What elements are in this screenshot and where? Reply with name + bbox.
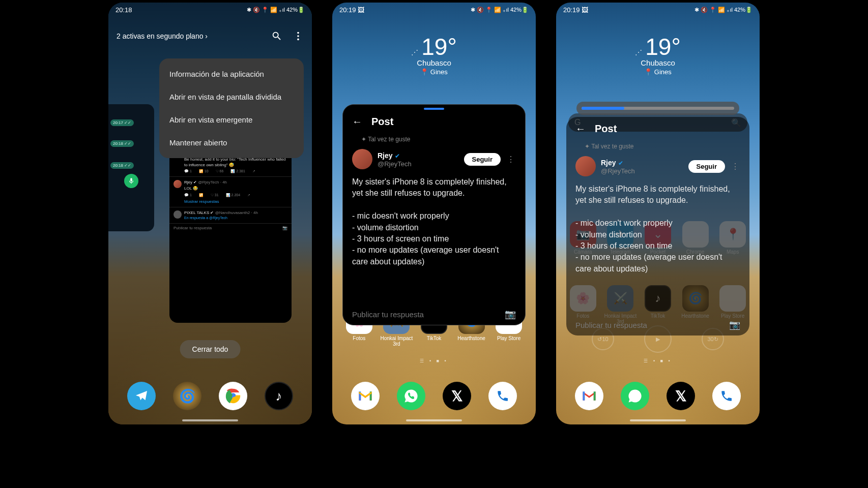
post-more-icon[interactable]: ⋮	[730, 162, 740, 171]
app-phone[interactable]	[712, 382, 741, 410]
page-indicator[interactable]: ☰ • ■ •	[556, 358, 760, 363]
mic-button[interactable]	[124, 174, 138, 188]
app-telegram[interactable]	[127, 382, 156, 410]
reply-placeholder-mini[interactable]: Publicar tu respuesta	[173, 226, 212, 230]
post-body: My sister's iPhone 8 is completely finis…	[343, 171, 525, 272]
dock: 𝕏	[556, 382, 760, 410]
svg-point-0	[297, 32, 299, 34]
svg-point-2	[297, 39, 299, 41]
app-phone[interactable]	[488, 382, 517, 410]
msg-time: 20:18 ✓✓	[110, 140, 134, 147]
menu-keep-open[interactable]: Mantener abierto	[159, 131, 304, 154]
back-icon[interactable]: ←	[575, 123, 586, 135]
reply-input[interactable]: Publicar tu respuesta	[575, 321, 647, 329]
show-replies-link[interactable]: Mostrar respuestas	[173, 197, 287, 204]
menu-popup-view[interactable]: Abrir en vista emergente	[159, 108, 304, 131]
status-time: 20:19 🖼	[563, 6, 588, 14]
follow-button[interactable]: Seguir	[464, 153, 501, 166]
back-icon[interactable]: ←	[352, 116, 362, 128]
popup-title: Post	[595, 123, 617, 135]
dock: 𝕏	[332, 382, 536, 410]
avatar[interactable]	[352, 149, 372, 169]
msg-time: 20:17 ✓✓	[110, 119, 134, 126]
menu-app-info[interactable]: Información de la aplicación	[159, 63, 304, 85]
nav-bar[interactable]	[182, 419, 238, 421]
dock: 🌀 ♪	[108, 382, 312, 410]
app-hearthstone[interactable]: 🌀	[173, 382, 201, 410]
popup-window[interactable]: ← Post Tal vez te guste Rjey ✔ @RjeyTech…	[342, 104, 526, 325]
phone-screen-1: 20:18 ✱ 🔇 📍 📶 ₊ıl 42%🔋 2 activas en segu…	[108, 3, 312, 424]
close-all-button[interactable]: Cerrar todo	[180, 340, 241, 358]
msg-time: 20:18 ✓✓	[110, 162, 134, 169]
weather-location: 📍 Gines	[556, 68, 760, 76]
phone-screen-3: 20:19 🖼 ✱ 🔇 📍 📶 ₊ıl 42%🔋 ⋰19° Chubasco 📍…	[556, 3, 760, 424]
suggest-label: Tal vez te guste	[566, 141, 749, 154]
weather-widget[interactable]: ⋰19° Chubasco 📍 Gines	[556, 33, 760, 76]
nav-bar[interactable]	[630, 419, 686, 421]
post-body: My sister's iPhone 8 is completely finis…	[566, 178, 749, 280]
avatar[interactable]	[575, 156, 596, 176]
phone-screen-2: 20:19 🖼 ✱ 🔇 📍 📶 ₊ıl 42%🔋 ⋰19° Chubasco 📍…	[332, 3, 536, 424]
more-icon[interactable]	[293, 30, 304, 42]
camera-icon[interactable]: 📷	[505, 309, 516, 320]
recents-header: 2 activas en segundo plano ›	[108, 30, 312, 42]
weather-location: 📍 Gines	[332, 68, 536, 76]
app-x[interactable]: 𝕏	[443, 382, 471, 410]
page-indicator[interactable]: ☰ • ■ •	[332, 358, 536, 363]
app-chrome[interactable]	[219, 382, 247, 410]
app-whatsapp[interactable]	[397, 382, 425, 410]
user-name[interactable]: Rjey	[601, 159, 616, 167]
nav-bar[interactable]	[406, 419, 462, 421]
verified-icon: ✔	[618, 160, 623, 167]
status-time: 20:18	[115, 6, 132, 14]
app-gmail[interactable]	[351, 382, 380, 410]
opacity-slider[interactable]	[576, 102, 739, 115]
app-gmail[interactable]	[575, 382, 603, 410]
weather-temp: 19°	[421, 34, 457, 60]
verified-icon: ✔	[395, 152, 400, 160]
status-icons: ✱ 🔇 📍 📶 ₊ıl 42%🔋	[471, 7, 529, 13]
popup-window-transparent[interactable]: ← Post Tal vez te guste Rjey ✔ @RjeyTech…	[566, 117, 749, 336]
status-bar: 20:19 🖼 ✱ 🔇 📍 📶 ₊ıl 42%🔋	[332, 3, 536, 17]
svg-point-1	[297, 35, 299, 37]
app-x[interactable]: 𝕏	[667, 382, 695, 410]
suggest-label: Tal vez te guste	[343, 134, 525, 147]
menu-split-view[interactable]: Abrir en vista de pantalla dividida	[159, 85, 304, 108]
weather-temp: 19°	[645, 34, 681, 60]
background-apps-link[interactable]: 2 activas en segundo plano ›	[117, 32, 208, 40]
status-icons: ✱ 🔇 📍 📶 ₊ıl 42%🔋	[247, 7, 305, 13]
side-app-whatsapp[interactable]: 20:17 ✓✓ 20:18 ✓✓ 20:18 ✓✓	[108, 104, 154, 231]
status-bar: 20:18 ✱ 🔇 📍 📶 ₊ıl 42%🔋	[108, 3, 312, 17]
follow-button[interactable]: Seguir	[688, 160, 725, 173]
weather-condition: Chubasco	[556, 58, 760, 67]
user-handle[interactable]: @RjeyTech	[378, 160, 459, 168]
app-tiktok[interactable]: ♪	[265, 382, 293, 410]
search-icon[interactable]	[271, 30, 282, 42]
camera-icon[interactable]: 📷	[729, 319, 740, 330]
tweet-item[interactable]: PIXEL TALKS ✔ @Nandhuvasanth2 · 4hEn res…	[169, 207, 292, 224]
user-name[interactable]: Rjey	[378, 151, 393, 160]
popup-title: Post	[371, 116, 393, 128]
slider-fill	[582, 107, 624, 110]
status-icons: ✱ 🔇 📍 📶 ₊ıl 42%🔋	[695, 7, 753, 13]
reply-input[interactable]: Publicar tu respuesta	[352, 310, 424, 319]
status-bar: 20:19 🖼 ✱ 🔇 📍 📶 ₊ıl 42%🔋	[556, 3, 760, 17]
app-whatsapp[interactable]	[621, 382, 649, 410]
tweet-item[interactable]: Rjey ✔ @RjeyTech · 4hLOL 😂 💬 1🔁♡ 31📊 2.2…	[169, 177, 292, 207]
post-more-icon[interactable]: ⋮	[506, 155, 516, 164]
context-menu: Información de la aplicación Abrir en vi…	[159, 58, 304, 158]
user-handle[interactable]: @RjeyTech	[601, 167, 683, 175]
status-time: 20:19 🖼	[339, 6, 364, 14]
weather-widget[interactable]: ⋰19° Chubasco 📍 Gines	[332, 33, 536, 76]
weather-condition: Chubasco	[332, 58, 536, 67]
